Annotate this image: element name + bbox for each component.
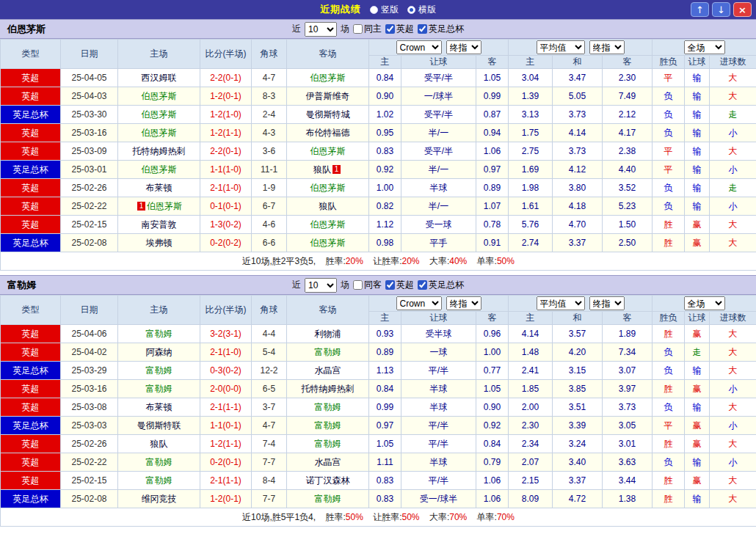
- checkbox-icon[interactable]: [418, 280, 427, 290]
- league-facup-checkbox[interactable]: 英足总杯: [418, 23, 464, 35]
- euro-draw-odds: 3.73: [553, 142, 603, 161]
- match-score: 0-1(0-1): [200, 197, 252, 216]
- euro-home-odds: 2.00: [509, 398, 553, 417]
- results-table: 类型 日期 主场 比分(半场) 角球 客场 Crown 终指 平均值 终指: [0, 295, 756, 527]
- away-team-cell: 伯恩茅斯: [287, 216, 369, 234]
- asia-home-odds: 0.83: [369, 490, 401, 508]
- close-button[interactable]: ×: [733, 2, 752, 17]
- bookmaker-select[interactable]: Crown: [396, 296, 442, 310]
- match-date: 25-04-03: [61, 87, 118, 106]
- scroll-up-button[interactable]: ↑: [691, 2, 709, 17]
- asia-away-odds: 0.96: [476, 325, 509, 343]
- euro-home-odds: 3.04: [509, 69, 553, 87]
- away-team: 伯恩茅斯: [310, 183, 346, 193]
- games-label: 场: [341, 279, 349, 291]
- layout-radio-vertical[interactable]: 竖版: [370, 4, 399, 16]
- index-type-select[interactable]: 终指: [446, 40, 481, 54]
- col-score: 比分(半场): [200, 296, 252, 325]
- asia-away-odds: 1.05: [476, 69, 509, 87]
- away-team-cell: 富勒姆: [287, 417, 369, 435]
- result-handicap: 输: [685, 453, 710, 472]
- away-team-cell: 伯恩茅斯: [287, 142, 369, 161]
- same-venue-checkbox[interactable]: 同客: [353, 279, 382, 291]
- index-type-select-2[interactable]: 终指: [589, 40, 625, 54]
- euro-draw-odds: 3.40: [553, 453, 603, 472]
- result-outcome: 胜: [653, 216, 685, 234]
- full-match-select[interactable]: 全场: [684, 40, 725, 54]
- league-facup-checkbox[interactable]: 英足总杯: [418, 279, 464, 291]
- match-score: 1-2(0-1): [200, 87, 252, 106]
- euro-draw-odds: 3.24: [553, 435, 603, 453]
- away-team-cell: 富勒姆: [287, 398, 369, 417]
- euro-away-odds: 2.38: [603, 142, 653, 161]
- result-goals: 小: [710, 124, 756, 142]
- scroll-down-button[interactable]: ↓: [712, 2, 730, 17]
- euro-draw-odds: 4.14: [553, 124, 603, 142]
- euro-away-odds: 3.52: [603, 179, 653, 197]
- euro-away-odds: 1.50: [603, 216, 653, 234]
- match-row: 英足总杯25-02-08维冈竞技1-2(0-1)7-7富勒姆0.83受一/球半1…: [1, 490, 756, 508]
- asia-handicap: 平/半: [401, 435, 476, 453]
- checkbox-icon[interactable]: [418, 24, 427, 34]
- layout-radio-horizontal[interactable]: 横版: [407, 4, 436, 16]
- bookmaker-select[interactable]: Crown: [396, 40, 442, 54]
- average-select[interactable]: 平均值: [537, 40, 585, 54]
- euro-home-odds: 2.74: [509, 234, 553, 252]
- index-type-select[interactable]: 终指: [446, 296, 481, 310]
- summary-stat: 胜率:50%: [325, 512, 363, 522]
- match-date: 25-02-26: [61, 435, 118, 453]
- euro-odds-group: 平均值 终指: [509, 40, 653, 56]
- match-row: 英超25-03-16富勒姆2-0(0-0)6-5托特纳姆热刺0.84半球1.05…: [1, 380, 756, 398]
- match-row: 英足总杯25-02-08埃弗顿0-2(0-2)6-6伯恩茅斯0.98平手0.91…: [1, 234, 756, 252]
- result-handicap: 赢: [685, 472, 710, 490]
- away-team-cell: 水晶宫: [287, 453, 369, 472]
- asia-handicap: 半球: [401, 179, 476, 197]
- result-handicap: 输: [685, 142, 710, 161]
- asia-away-odds: 0.79: [476, 453, 509, 472]
- away-team: 水晶宫: [315, 365, 341, 376]
- checkbox-label: 同主: [364, 23, 382, 35]
- same-venue-checkbox[interactable]: 同主: [353, 23, 382, 35]
- away-team: 水晶宫: [315, 457, 341, 467]
- asia-handicap: 半/一: [401, 197, 476, 216]
- match-date: 25-04-05: [61, 69, 118, 87]
- asia-away-odds: 0.90: [476, 398, 509, 417]
- match-score: 1-2(1-1): [200, 435, 252, 453]
- corner-count: 4-7: [252, 417, 287, 435]
- corner-count: 7-4: [252, 435, 287, 453]
- euro-away-odds: 3.44: [603, 472, 653, 490]
- result-handicap: 输: [685, 362, 710, 380]
- asia-home-odds: 0.84: [369, 380, 401, 398]
- asia-home-odds: 1.05: [369, 435, 401, 453]
- euro-away-odds: 2.12: [603, 106, 653, 124]
- away-team-cell: 富勒姆: [287, 343, 369, 362]
- result-handicap: 输: [685, 106, 710, 124]
- asia-handicap: 一球: [401, 343, 476, 362]
- col-outcome: 胜负: [653, 56, 685, 69]
- average-select[interactable]: 平均值: [537, 296, 585, 310]
- league-badge: 英超: [1, 380, 61, 398]
- euro-away-odds: 7.49: [603, 87, 653, 106]
- checkbox-icon[interactable]: [385, 24, 395, 34]
- away-team: 托特纳姆热刺: [302, 384, 355, 394]
- games-count-select[interactable]: 10: [305, 22, 337, 37]
- home-team: 富勒姆: [146, 384, 172, 394]
- up-arrow-icon: ↑: [696, 4, 704, 15]
- match-row: 英超25-04-02阿森纳2-1(1-0)5-4富勒姆0.89一球1.001.4…: [1, 343, 756, 362]
- away-team: 伯恩茅斯: [310, 146, 346, 156]
- result-outcome: 负: [653, 87, 685, 106]
- euro-home-odds: 1.98: [509, 179, 553, 197]
- checkbox-icon[interactable]: [385, 280, 395, 290]
- asia-away-odds: 1.07: [476, 197, 509, 216]
- games-count-select[interactable]: 10: [305, 278, 337, 293]
- euro-draw-odds: 3.85: [553, 380, 603, 398]
- match-row: 英超25-03-16伯恩茅斯1-2(1-1)4-3布伦特福德0.95半/一0.9…: [1, 124, 756, 142]
- league-epl-checkbox[interactable]: 英超: [385, 23, 414, 35]
- euro-odds-group: 平均值 终指: [509, 296, 653, 312]
- league-epl-checkbox[interactable]: 英超: [385, 279, 414, 291]
- checkbox-icon[interactable]: [353, 24, 363, 34]
- checkbox-icon[interactable]: [353, 280, 363, 290]
- full-match-select[interactable]: 全场: [684, 296, 725, 310]
- result-handicap: 赢: [685, 216, 710, 234]
- index-type-select-2[interactable]: 终指: [589, 296, 625, 310]
